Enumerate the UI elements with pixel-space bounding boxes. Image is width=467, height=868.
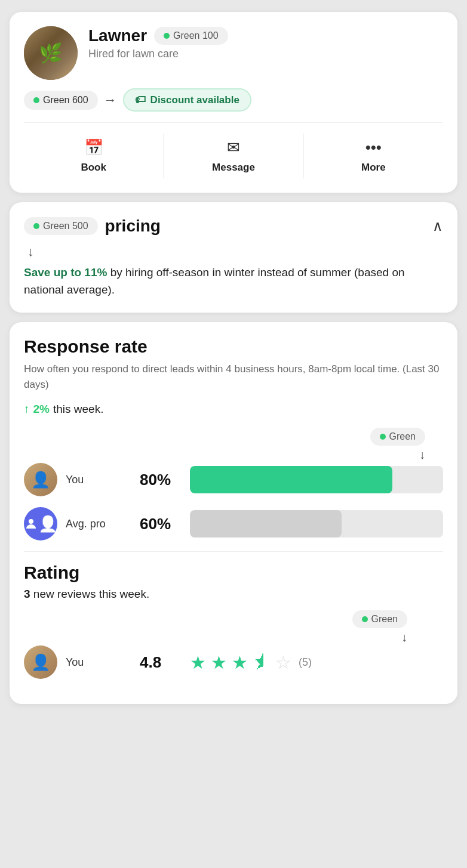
more-button[interactable]: ••• More: [304, 134, 443, 178]
book-label: Book: [81, 162, 106, 174]
avg-bar-track: [190, 510, 443, 538]
more-icon: •••: [365, 138, 382, 157]
green600-badge: Green 600: [24, 91, 98, 110]
week-change-pct: 2%: [33, 403, 50, 416]
more-label: More: [361, 162, 386, 174]
lawner-card: Lawner Green 100 Hired for lawn care Gre…: [10, 12, 457, 193]
green-dot-icon2: [33, 97, 39, 103]
green500-badge: Green 500: [24, 217, 98, 235]
green-dot-icon5: [362, 616, 368, 622]
avg-avatar: [24, 507, 57, 540]
action-row: 📅 Book ✉ Message ••• More: [24, 134, 443, 178]
avg-bar-fill: [190, 510, 342, 538]
star-4-icon: ⯨: [253, 652, 271, 672]
you-label: You: [66, 474, 131, 486]
calendar-icon: 📅: [84, 138, 103, 157]
lawner-subtitle: Hired for lawn care: [88, 48, 443, 60]
you-pct: 80%: [140, 471, 182, 489]
message-label: Message: [212, 162, 255, 174]
green100-badge: Green 100: [154, 27, 228, 45]
response-rate-title: Response rate: [24, 336, 443, 357]
stars-row: ★ ★ ★ ⯨ ☆ (5): [190, 652, 312, 673]
you-rating-label: You: [66, 656, 131, 669]
week-change-rest: this week.: [53, 403, 103, 416]
star-3-icon: ★: [232, 652, 248, 673]
rating-title: Rating: [24, 563, 443, 583]
bottom-badges: Green 600 → 🏷 Discount available: [24, 88, 443, 112]
rating-week: 3 new reviews this week.: [24, 588, 443, 601]
avg-person-icon: [24, 515, 38, 533]
avg-pct: 60%: [140, 515, 182, 533]
pricing-card: Green 500 pricing ∧ ↓ Save up to 11% by …: [10, 202, 457, 313]
star-2-icon: ★: [211, 652, 227, 673]
green-dot-icon4: [380, 434, 386, 440]
stats-card: Response rate How often you respond to d…: [10, 322, 457, 704]
you-bar-track: [190, 466, 443, 493]
up-arrow-icon: ↑: [24, 403, 30, 416]
chevron-up-icon[interactable]: ∧: [432, 218, 443, 234]
green-dot-icon: [164, 33, 170, 39]
rating-pointer-arrow-icon: ↓: [401, 631, 407, 644]
avg-stat-row: Avg. pro 60%: [24, 507, 443, 540]
lawner-name: Lawner: [88, 26, 147, 45]
lawner-header: Lawner Green 100 Hired for lawn care: [24, 26, 443, 80]
lawner-info: Lawner Green 100 Hired for lawn care: [88, 26, 443, 67]
pricing-left: Green 500 pricing: [24, 217, 161, 236]
message-button[interactable]: ✉ Message: [164, 134, 303, 178]
green-pointer-group: Green ↓: [24, 428, 425, 462]
message-icon: ✉: [227, 138, 240, 157]
rating-green-badge: Green: [352, 610, 407, 628]
pricing-arrow-section: ↓: [24, 244, 443, 260]
review-count: (5): [299, 656, 312, 669]
discount-badge: 🏷 Discount available: [123, 88, 251, 112]
star-5-icon: ☆: [275, 652, 291, 673]
rating-week-count: 3: [24, 588, 30, 600]
you-stat-row: You 80%: [24, 463, 443, 496]
pointer-arrow-icon: ↓: [419, 448, 425, 462]
lawner-name-row: Lawner Green 100: [88, 26, 443, 45]
green-dot-icon3: [33, 223, 39, 229]
you-bar-fill: [190, 466, 392, 493]
pricing-text: Save up to 11% by hiring off-season in w…: [24, 264, 443, 298]
you-rating-row: You 4.8 ★ ★ ★ ⯨ ☆ (5): [24, 645, 443, 679]
response-rate-desc: How often you respond to direct leads wi…: [24, 362, 443, 392]
you-rating-value: 4.8: [140, 653, 182, 672]
svg-point-0: [29, 519, 33, 524]
arrow-down-icon: →: [104, 92, 117, 108]
star-1-icon: ★: [190, 652, 206, 673]
book-button[interactable]: 📅 Book: [24, 134, 164, 178]
week-change: ↑ 2% this week.: [24, 403, 443, 416]
you-avatar: [24, 463, 57, 496]
you-rating-avatar: [24, 645, 57, 679]
lawner-avatar: [24, 26, 78, 80]
discount-icon: 🏷: [135, 94, 146, 106]
pricing-title: pricing: [105, 217, 161, 236]
rating-pointer-group: Green ↓: [24, 610, 407, 644]
pricing-header: Green 500 pricing ∧: [24, 217, 443, 236]
rating-week-text: new reviews this week.: [33, 588, 149, 600]
response-green-badge: Green: [370, 428, 425, 446]
divider: [24, 122, 443, 123]
arrow-down-icon2: ↓: [27, 244, 443, 260]
section-divider: [24, 551, 443, 552]
avg-label: Avg. pro: [66, 518, 131, 530]
pricing-highlight: Save up to 11%: [24, 266, 107, 279]
